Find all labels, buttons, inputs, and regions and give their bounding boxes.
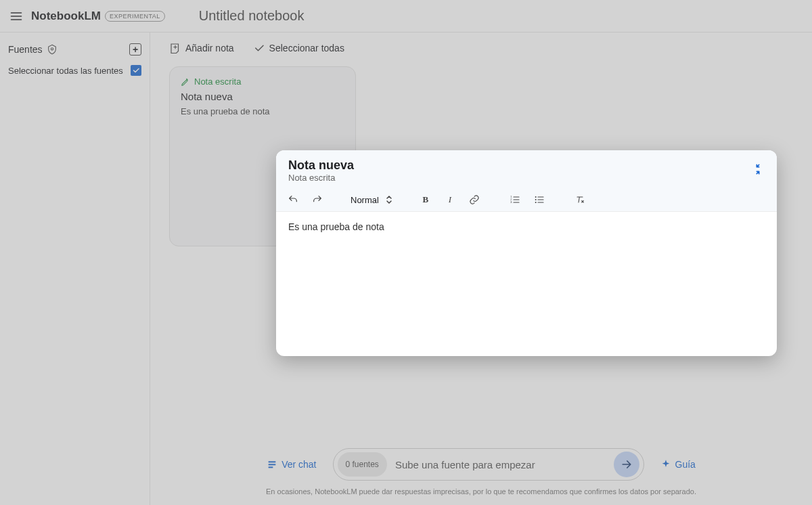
check-icon — [253, 42, 265, 54]
select-all-sources-label: Seleccionar todas las fuentes — [8, 66, 123, 76]
italic-button[interactable]: I — [443, 192, 457, 207]
note-add-icon — [169, 42, 181, 54]
sources-header: Fuentes + — [8, 43, 141, 56]
disclaimer-text: En ocasiones, NotebookLM puede dar respu… — [266, 487, 696, 496]
send-button[interactable] — [614, 452, 639, 477]
chat-input[interactable]: Sube una fuente para empezar — [395, 459, 606, 470]
svg-point-7 — [535, 196, 537, 198]
select-all-checkbox[interactable] — [131, 65, 141, 76]
add-note-button[interactable]: Añadir nota — [169, 42, 234, 54]
brand-name: NotebookLM — [31, 9, 101, 23]
format-label: Normal — [351, 195, 379, 205]
svg-text:3: 3 — [510, 200, 512, 204]
redo-button[interactable] — [310, 192, 325, 207]
menu-icon[interactable] — [8, 8, 24, 24]
editor-content[interactable]: Es una prueba de nota — [276, 212, 777, 356]
select-all-sources-row[interactable]: Seleccionar todas las fuentes — [8, 65, 141, 76]
editor-subtitle: Nota escrita — [288, 173, 765, 183]
note-card-title: Nota nueva — [181, 91, 344, 102]
bold-button[interactable]: B — [418, 192, 433, 207]
chat-icon — [267, 459, 277, 470]
link-button[interactable] — [467, 192, 482, 207]
app-header: NotebookLM EXPERIMENTAL Untitled noteboo… — [0, 0, 812, 32]
note-card-tag-label: Nota escrita — [194, 76, 241, 87]
sparkle-icon — [660, 459, 671, 470]
collapse-icon[interactable] — [751, 162, 765, 176]
view-chat-label: Ver chat — [281, 459, 316, 470]
unordered-list-button[interactable] — [532, 192, 547, 207]
pencil-icon — [181, 77, 190, 87]
editor-title[interactable]: Nota nueva — [288, 158, 765, 173]
undo-button[interactable] — [286, 192, 300, 207]
ordered-list-button[interactable]: 123 — [508, 192, 522, 207]
svg-point-0 — [51, 48, 53, 50]
svg-rect-2 — [269, 464, 276, 465]
select-all-notes-button[interactable]: Seleccionar todas — [253, 42, 344, 54]
svg-rect-3 — [269, 466, 273, 468]
source-count-chip[interactable]: 0 fuentes — [338, 452, 387, 477]
experimental-badge: EXPERIMENTAL — [105, 11, 165, 22]
sources-icon — [47, 44, 58, 55]
view-chat-button[interactable]: Ver chat — [267, 459, 316, 470]
notebook-title[interactable]: Untitled notebook — [199, 8, 304, 24]
sources-label: Fuentes — [8, 44, 43, 55]
svg-point-9 — [535, 202, 537, 203]
svg-rect-1 — [269, 461, 276, 462]
select-all-notes-label: Seleccionar todas — [269, 43, 344, 53]
editor-header: Nota nueva Nota escrita — [276, 150, 777, 188]
sidebar: Fuentes + Seleccionar todas las fuentes — [0, 32, 150, 505]
svg-point-8 — [535, 199, 537, 200]
editor-toolbar: Normal B I 123 — [276, 188, 777, 212]
chevron-updown-icon — [386, 195, 392, 204]
notes-toolbar: Añadir nota Seleccionar todas — [169, 42, 793, 54]
add-note-label: Añadir nota — [185, 43, 234, 53]
chat-input-container: 0 fuentes Sube una fuente para empezar — [333, 448, 644, 481]
guide-label: Guía — [675, 459, 696, 470]
add-source-button[interactable]: + — [129, 43, 141, 56]
note-card-body: Es una prueba de nota — [181, 106, 344, 116]
guide-button[interactable]: Guía — [660, 459, 696, 470]
note-editor-modal: Nota nueva Nota escrita Normal B I 123 — [276, 150, 777, 356]
format-select[interactable]: Normal — [351, 195, 392, 205]
note-card-tag: Nota escrita — [181, 76, 344, 87]
bottom-bar: Ver chat 0 fuentes Sube una fuente para … — [150, 448, 812, 496]
clear-format-button[interactable] — [572, 192, 587, 207]
